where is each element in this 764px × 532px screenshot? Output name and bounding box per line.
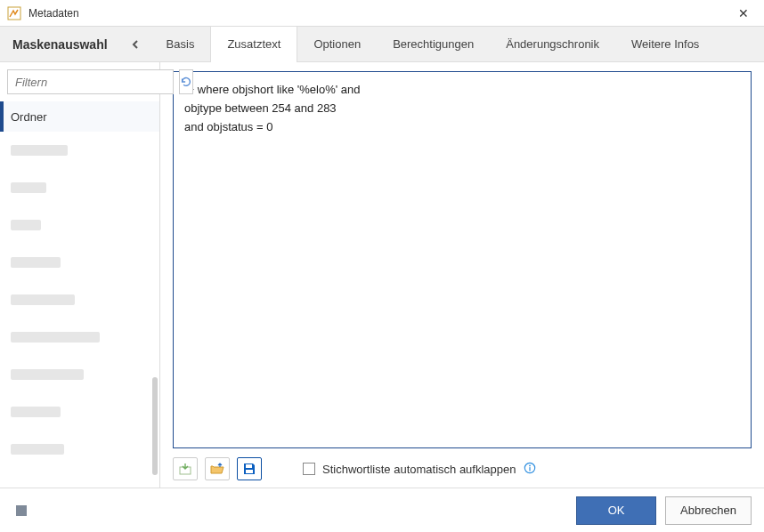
tab-zusatztext[interactable]: Zusatztext — [210, 27, 297, 61]
window-title: Metadaten — [28, 7, 730, 20]
svg-point-5 — [529, 464, 531, 466]
import-button[interactable] — [173, 457, 198, 480]
auto-expand-keywords-checkbox[interactable]: Stichwortliste automatisch aufklappen — [303, 462, 536, 477]
mask-item-placeholder — [0, 356, 159, 393]
mask-item-placeholder — [0, 132, 159, 169]
mask-item-placeholder — [0, 431, 159, 468]
filter-input[interactable] — [7, 69, 174, 94]
save-button[interactable] — [237, 457, 262, 480]
svg-rect-3 — [246, 470, 253, 473]
ok-button[interactable]: OK — [576, 496, 656, 525]
checkbox-icon — [303, 463, 315, 475]
footer: OK Abbrechen — [0, 488, 764, 532]
mask-item-placeholder — [0, 318, 159, 356]
svg-rect-2 — [246, 464, 252, 468]
mask-item-placeholder — [0, 206, 159, 244]
save-icon — [242, 462, 256, 476]
tab--nderungschronik[interactable]: Änderungschronik — [490, 27, 615, 61]
mask-item-ordner[interactable]: Ordner — [0, 101, 159, 132]
reload-button[interactable] — [179, 69, 193, 94]
sidebar: Ordner — [0, 62, 160, 488]
main-area: Ordner — [0, 62, 764, 488]
mask-item-placeholder — [0, 281, 159, 318]
tab-berechtigungen[interactable]: Berechtigungen — [377, 27, 490, 61]
additional-text-editor[interactable] — [173, 71, 752, 448]
editor-toolbar: Stichwortliste automatisch aufklappen — [173, 448, 752, 488]
import-icon — [178, 462, 192, 476]
title-bar: Metadaten ✕ — [0, 0, 764, 27]
mask-item-placeholder — [0, 169, 159, 206]
mask-item-placeholder — [0, 244, 159, 281]
checkbox-label: Stichwortliste automatisch aufklappen — [322, 463, 516, 476]
tab-bar: Maskenauswahl BasisZusatztextOptionenBer… — [0, 27, 764, 62]
content-area: Stichwortliste automatisch aufklappen — [160, 62, 764, 488]
app-icon — [7, 6, 21, 20]
mask-select-header: Maskenauswahl — [0, 27, 120, 61]
tab-basis[interactable]: Basis — [150, 27, 211, 61]
mask-list: Ordner — [0, 101, 159, 488]
close-button[interactable]: ✕ — [730, 6, 757, 20]
status-indicator — [16, 505, 27, 516]
scrollbar-thumb[interactable] — [152, 377, 158, 475]
tab-weitere-infos[interactable]: Weitere Infos — [615, 27, 715, 61]
reload-icon — [180, 76, 192, 88]
cancel-button[interactable]: Abbrechen — [665, 496, 752, 525]
svg-rect-6 — [529, 467, 530, 471]
mask-item-placeholder — [0, 393, 159, 431]
tab-optionen[interactable]: Optionen — [297, 27, 377, 61]
open-button[interactable] — [205, 457, 230, 480]
folder-open-icon — [210, 462, 224, 476]
info-icon[interactable] — [524, 462, 536, 477]
collapse-sidebar-button[interactable] — [120, 27, 150, 61]
